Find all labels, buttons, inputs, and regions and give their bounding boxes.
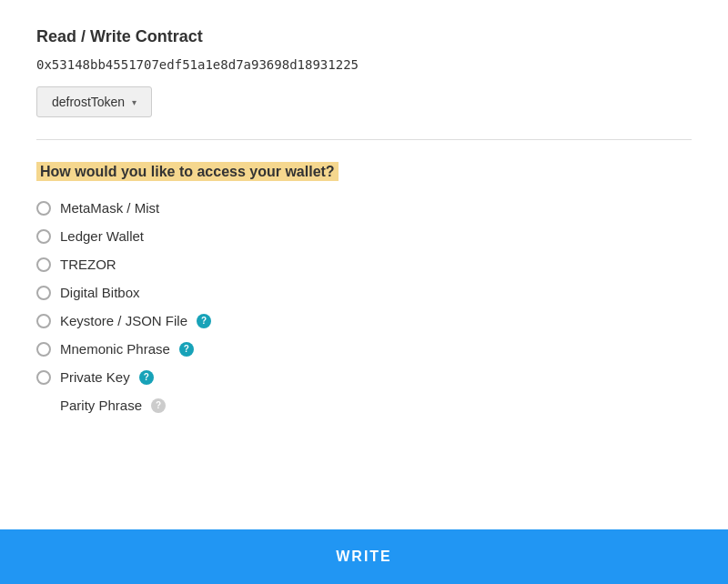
- digitalbitbox-label: Digital Bitbox: [60, 285, 140, 300]
- list-item: MetaMask / Mist: [36, 200, 692, 216]
- metamask-label: MetaMask / Mist: [60, 200, 159, 216]
- mnemonic-label: Mnemonic Phrase: [60, 341, 170, 357]
- list-item: Ledger Wallet: [36, 228, 692, 244]
- page-wrapper: Read / Write Contract 0x53148bb4551707ed…: [0, 0, 728, 584]
- metamask-radio[interactable]: [36, 201, 51, 216]
- list-item: Mnemonic Phrase ?: [36, 341, 692, 357]
- write-label: WRITE: [336, 549, 392, 565]
- wallet-question-wrapper: How would you like to access your wallet…: [36, 162, 692, 182]
- dropdown-label: defrostToken: [52, 95, 125, 109]
- dropdown-arrow-icon: ▾: [132, 97, 136, 107]
- wallet-options-list: MetaMask / Mist Ledger Wallet TREZOR Dig…: [36, 200, 692, 413]
- page-title: Read / Write Contract: [36, 27, 692, 46]
- list-item: Digital Bitbox: [36, 285, 692, 300]
- main-content: Read / Write Contract 0x53148bb4551707ed…: [0, 0, 728, 529]
- keystore-radio[interactable]: [36, 314, 51, 328]
- list-item: Parity Phrase ?: [36, 398, 692, 413]
- list-item: Private Key ?: [36, 369, 692, 385]
- trezor-radio[interactable]: [36, 257, 51, 272]
- privatekey-label: Private Key: [60, 369, 130, 385]
- parity-help-icon[interactable]: ?: [151, 398, 166, 413]
- privatekey-radio[interactable]: [36, 370, 51, 385]
- mnemonic-radio[interactable]: [36, 342, 51, 357]
- list-item: TREZOR: [36, 257, 692, 272]
- privatekey-help-icon[interactable]: ?: [139, 370, 154, 385]
- defrost-token-dropdown[interactable]: defrostToken ▾: [36, 86, 152, 117]
- digitalbitbox-radio[interactable]: [36, 286, 51, 300]
- list-item: Keystore / JSON File ?: [36, 313, 692, 328]
- trezor-label: TREZOR: [60, 257, 116, 272]
- mnemonic-help-icon[interactable]: ?: [179, 342, 194, 357]
- write-button[interactable]: WRITE: [0, 529, 728, 584]
- wallet-question-label: How would you like to access your wallet…: [36, 162, 339, 181]
- section-divider: [36, 139, 692, 140]
- parity-label: Parity Phrase: [60, 398, 142, 413]
- ledger-radio[interactable]: [36, 229, 51, 244]
- ledger-label: Ledger Wallet: [60, 228, 144, 244]
- contract-address: 0x53148bb4551707edf51a1e8d7a93698d189312…: [36, 57, 692, 72]
- keystore-help-icon[interactable]: ?: [197, 314, 211, 328]
- keystore-label: Keystore / JSON File: [60, 313, 187, 328]
